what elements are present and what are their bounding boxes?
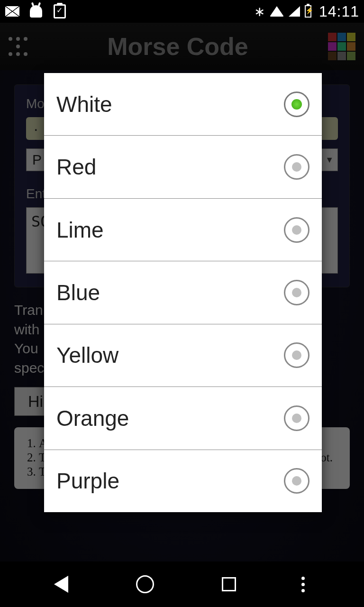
- color-option-blue[interactable]: Blue: [44, 261, 322, 324]
- color-option-label: Yellow: [56, 342, 118, 368]
- color-option-lime[interactable]: Lime: [44, 199, 322, 261]
- radio-unselected-icon: [292, 162, 301, 172]
- radio-button[interactable]: [284, 280, 309, 305]
- color-option-purple[interactable]: Purple: [44, 450, 322, 512]
- color-option-red[interactable]: Red: [44, 136, 322, 198]
- radio-button[interactable]: [284, 217, 309, 243]
- radio-button[interactable]: [284, 405, 309, 431]
- battery-charging-icon: [305, 5, 311, 18]
- wifi-icon: [270, 6, 284, 17]
- clipboard-icon: [52, 4, 67, 19]
- color-option-yellow[interactable]: Yellow: [44, 324, 322, 387]
- radio-unselected-icon: [292, 350, 301, 360]
- bluetooth-icon: ∗: [254, 4, 265, 19]
- color-option-white[interactable]: White: [44, 73, 322, 136]
- status-bar: ∗ 14:11: [0, 0, 364, 23]
- radio-unselected-icon: [292, 476, 301, 486]
- home-button[interactable]: [134, 573, 156, 596]
- radio-button[interactable]: [284, 92, 309, 117]
- radio-selected-icon: [291, 99, 302, 110]
- back-button[interactable]: [50, 573, 73, 596]
- android-debug-icon: [28, 4, 44, 19]
- signal-icon: [289, 6, 300, 17]
- radio-button[interactable]: [284, 342, 309, 368]
- color-option-label: Blue: [56, 280, 100, 305]
- radio-button[interactable]: [284, 468, 309, 494]
- color-picker-dialog: WhiteRedLimeBlueYellowOrangePurple: [44, 73, 322, 512]
- radio-unselected-icon: [292, 414, 301, 423]
- clock: 14:11: [319, 3, 359, 20]
- recent-apps-button[interactable]: [218, 573, 240, 596]
- color-option-label: Lime: [56, 217, 104, 243]
- radio-unselected-icon: [292, 288, 301, 297]
- color-option-label: Purple: [56, 468, 119, 494]
- color-option-label: White: [56, 92, 112, 117]
- radio-unselected-icon: [292, 225, 301, 235]
- radio-button[interactable]: [284, 154, 309, 180]
- menu-button[interactable]: [292, 573, 315, 596]
- color-option-label: Orange: [56, 405, 129, 431]
- color-option-label: Red: [56, 154, 96, 180]
- navigation-bar: [0, 561, 364, 607]
- color-option-orange[interactable]: Orange: [44, 387, 322, 450]
- gmail-icon: [5, 4, 20, 19]
